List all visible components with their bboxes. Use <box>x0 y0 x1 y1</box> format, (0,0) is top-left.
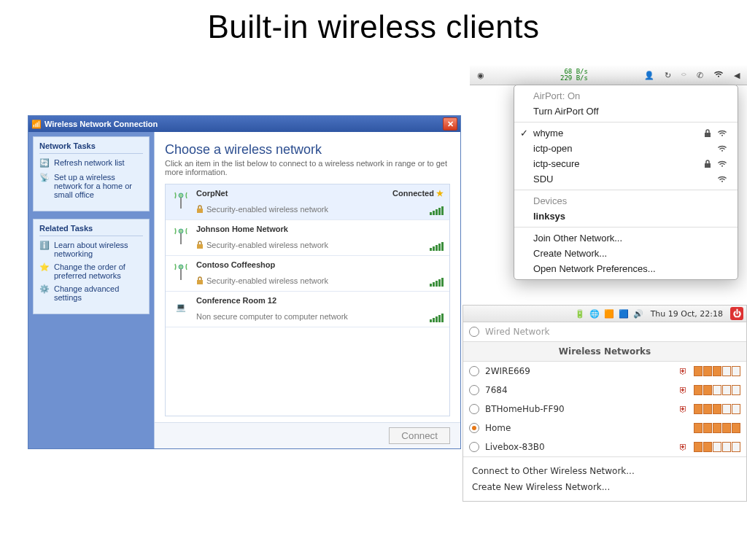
svg-point-0 <box>179 193 183 198</box>
signal-icon <box>694 385 740 395</box>
network-name: Contoso Coffeeshop <box>196 260 275 269</box>
wifi-icon <box>717 174 727 184</box>
slide-title: Built-in wireless clients <box>0 9 747 45</box>
xp-heading: Choose a wireless network <box>155 132 460 159</box>
battery-icon[interactable]: 🔋 <box>575 309 585 319</box>
radio-icon <box>469 385 479 395</box>
svg-point-14 <box>721 165 723 166</box>
star-icon: ★ <box>436 189 444 198</box>
network-name: 2WIRE669 <box>485 366 673 376</box>
shield-icon: ⛨ <box>679 366 688 376</box>
shield-icon: ⛨ <box>679 385 688 395</box>
separator <box>514 122 738 122</box>
timemachine-icon[interactable]: ↻ <box>665 71 671 80</box>
link-label: Change advanced settings <box>54 284 143 302</box>
updates-icon[interactable]: 🟧 <box>604 309 614 319</box>
shield-icon: ⛨ <box>679 404 688 414</box>
turn-airport-off[interactable]: Turn AirPort Off <box>514 104 738 119</box>
svg-rect-8 <box>197 280 203 284</box>
link-label: Set up a wireless network for a home or … <box>54 173 143 199</box>
volume-icon[interactable]: ◀ <box>734 71 740 80</box>
learn-about-wireless[interactable]: ℹ️ Learn about wireless networking <box>39 241 143 258</box>
setup-wireless-network[interactable]: 📡 Set up a wireless network for a home o… <box>39 173 143 199</box>
radio-icon <box>469 423 479 433</box>
network-desc: Security-enabled wireless network <box>196 205 444 214</box>
volume-icon[interactable]: 🔊 <box>633 309 643 319</box>
network-desc: Security-enabled wireless network <box>196 276 444 285</box>
mac-airport-menu: AirPort: On Turn AirPort Off ✓whymeictp-… <box>514 85 738 280</box>
xp-window-title: Wireless Network Connection <box>44 120 443 128</box>
connect-button[interactable]: Connect <box>389 427 450 444</box>
wifi-icon <box>717 159 727 169</box>
user-icon[interactable]: 👤 <box>644 71 654 80</box>
linux-network-item[interactable]: BTHomeHub-FF90⛨ <box>463 400 746 419</box>
open-network-preferences[interactable]: Open Network Preferences... <box>514 261 738 276</box>
svg-point-6 <box>179 265 183 269</box>
star-icon: ⭐ <box>39 262 50 273</box>
change-order-networks[interactable]: ⭐ Change the order of preferred networks <box>39 262 143 280</box>
bluetooth-icon[interactable]: ⌔ <box>681 71 686 79</box>
join-other-network[interactable]: Join Other Network... <box>514 230 738 246</box>
network-name: Home <box>485 423 673 433</box>
shield-icon: ⛨ <box>679 442 688 452</box>
antenna-icon: 📡 <box>39 173 50 183</box>
antenna-icon <box>170 225 192 246</box>
change-advanced-settings[interactable]: ⚙️ Change advanced settings <box>39 284 143 302</box>
linux-network-item[interactable]: 7684⛨ <box>463 381 746 400</box>
xp-subheading: Click an item in the list below to conne… <box>155 159 460 184</box>
device-linksys[interactable]: linksys <box>514 209 738 224</box>
linux-network-item[interactable]: 2WIRE669⛨ <box>463 362 746 381</box>
connect-other-wireless[interactable]: Connect to Other Wireless Network... <box>472 463 738 479</box>
xp-network-item[interactable]: CorpNetConnected ★ Security-enabled wire… <box>166 184 449 220</box>
network-name: Livebox-83B0 <box>485 442 673 452</box>
xp-tasks-header: Network Tasks <box>39 141 143 154</box>
wifi-menubar-icon[interactable] <box>713 69 724 81</box>
linux-network-item[interactable]: Livebox-83B0⛨ <box>463 438 746 456</box>
signal-icon <box>694 442 740 452</box>
svg-point-3 <box>179 229 183 233</box>
svg-rect-10 <box>705 133 711 137</box>
xp-network-item[interactable]: Contoso Coffeeshop Security-enabled wire… <box>166 256 449 292</box>
mac-network-item[interactable]: ictp-open <box>514 141 738 156</box>
refresh-icon: 🔄 <box>39 158 50 168</box>
svg-rect-13 <box>705 163 711 168</box>
network-name: CorpNet <box>196 189 228 198</box>
mac-network-item[interactable]: ✓whyme <box>514 125 738 141</box>
wired-network-row[interactable]: Wired Network <box>463 322 746 341</box>
wifi-icon <box>717 128 727 139</box>
network-name: 7684 <box>485 385 673 395</box>
mac-network-item[interactable]: SDU <box>514 171 738 187</box>
xp-wireless-window: 📶 Wireless Network Connection ✕ Network … <box>28 115 461 449</box>
xp-network-item[interactable]: Johnson Home Network Security-enabled wi… <box>166 220 449 256</box>
radio-icon <box>469 404 479 414</box>
network-name: BTHomeHub-FF90 <box>485 404 673 414</box>
xp-sidebar: Network Tasks 🔄 Refresh network list 📡 S… <box>28 132 154 448</box>
app-tray-icon[interactable]: 🟦 <box>619 309 629 319</box>
devices-header: Devices <box>514 193 738 209</box>
linux-nm-applet: 🔋 🌐 🟧 🟦 🔊 Thu 19 Oct, 22:18 ⏻ Wired Netw… <box>462 305 747 502</box>
network-name: ictp-secure <box>533 158 580 169</box>
lock-icon <box>704 160 711 168</box>
signal-icon <box>694 423 740 433</box>
svg-rect-2 <box>197 209 203 213</box>
wired-label: Wired Network <box>485 327 550 337</box>
net-stats: 68 B/s229 B/s <box>560 69 588 82</box>
power-icon[interactable]: ⏻ <box>730 307 743 320</box>
create-network[interactable]: Create Network... <box>514 246 738 261</box>
linux-network-item[interactable]: Home <box>463 419 746 438</box>
radio-icon <box>469 327 479 337</box>
svg-point-11 <box>721 134 723 136</box>
xp-network-item[interactable]: 💻Conference Room 12 Non secure computer … <box>166 292 449 327</box>
network-name: whyme <box>533 128 563 139</box>
separator <box>514 227 738 228</box>
refresh-network-list[interactable]: 🔄 Refresh network list <box>39 158 143 168</box>
network-tray-icon[interactable]: 🌐 <box>589 309 600 319</box>
clock: Thu 19 Oct, 22:18 <box>651 309 723 319</box>
xp-titlebar[interactable]: 📶 Wireless Network Connection ✕ <box>28 116 460 132</box>
lock-icon <box>196 205 204 214</box>
phone-icon[interactable]: ✆ <box>697 71 703 80</box>
create-new-wireless[interactable]: Create New Wireless Network... <box>472 479 738 495</box>
xp-network-list[interactable]: CorpNetConnected ★ Security-enabled wire… <box>165 184 450 416</box>
close-icon[interactable]: ✕ <box>443 117 457 131</box>
mac-network-item[interactable]: ictp-secure <box>514 156 738 171</box>
